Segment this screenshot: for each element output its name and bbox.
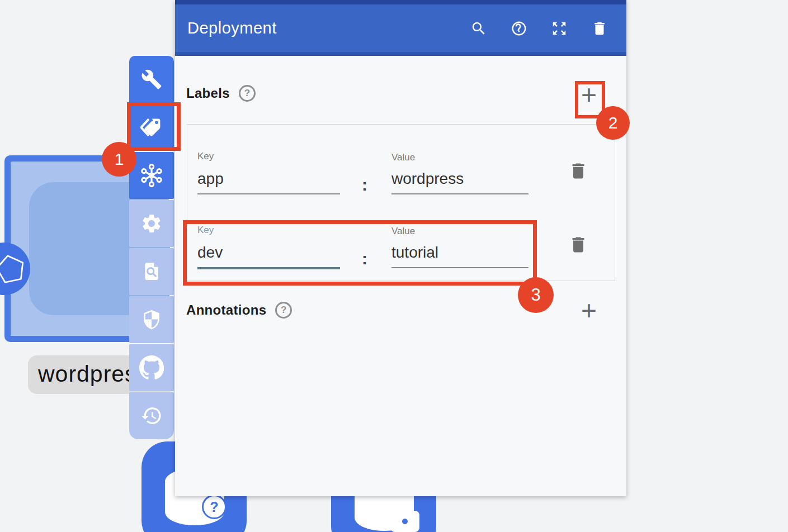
value-input[interactable]: wordpress bbox=[391, 170, 529, 194]
labels-help-icon[interactable]: ? bbox=[239, 85, 256, 102]
deployment-panel: Deployment Labels ? + bbox=[175, 0, 626, 496]
sidebar-item-preview[interactable] bbox=[129, 248, 174, 295]
labels-heading: Labels ? bbox=[186, 85, 256, 102]
delete-row-icon[interactable] bbox=[568, 161, 588, 181]
key-input[interactable]: app bbox=[197, 170, 340, 194]
panel-header: Deployment bbox=[175, 0, 626, 56]
sidebar-item-labels[interactable] bbox=[129, 104, 174, 151]
delete-row-icon[interactable] bbox=[568, 235, 588, 255]
delete-icon[interactable] bbox=[591, 20, 608, 37]
node-toolbar bbox=[129, 56, 174, 440]
fullscreen-icon[interactable] bbox=[551, 20, 568, 37]
labels-title: Labels bbox=[186, 86, 230, 101]
help-icon[interactable] bbox=[511, 20, 527, 37]
annotations-title: Annotations bbox=[186, 302, 266, 318]
annotations-help-icon[interactable]: ? bbox=[275, 302, 292, 319]
sidebar-item-github[interactable] bbox=[129, 344, 174, 391]
value-label: Value bbox=[391, 226, 415, 237]
shield-icon bbox=[140, 308, 163, 331]
lock-icon bbox=[390, 497, 419, 532]
doc-search-icon bbox=[140, 260, 163, 283]
key-label: Key bbox=[197, 225, 214, 236]
key-input[interactable]: dev bbox=[197, 244, 340, 269]
question-badge-icon: ? bbox=[202, 495, 227, 519]
colon-separator: : bbox=[362, 249, 367, 268]
add-label-button[interactable]: + bbox=[577, 83, 601, 110]
sidebar-item-network[interactable] bbox=[129, 152, 174, 199]
app-stage: wordpress ? bbox=[0, 0, 788, 532]
deployment-node[interactable] bbox=[4, 155, 148, 342]
add-annotation-button[interactable]: + bbox=[577, 298, 601, 325]
annotations-heading: Annotations ? bbox=[186, 302, 292, 319]
key-label: Key bbox=[197, 151, 214, 162]
sidebar-item-security[interactable] bbox=[129, 296, 174, 343]
gear-icon bbox=[140, 212, 163, 235]
panel-title: Deployment bbox=[175, 19, 470, 37]
history-icon bbox=[140, 405, 163, 427]
wrench-icon bbox=[141, 69, 162, 90]
github-icon bbox=[139, 355, 164, 381]
hub-icon bbox=[139, 163, 164, 188]
value-label: Value bbox=[391, 152, 415, 163]
panel-header-actions bbox=[470, 20, 626, 37]
tag-icon bbox=[139, 115, 164, 140]
search-icon[interactable] bbox=[470, 20, 487, 37]
colon-separator: : bbox=[362, 175, 367, 194]
sidebar-item-settings[interactable] bbox=[129, 200, 174, 247]
sidebar-item-history[interactable] bbox=[129, 392, 174, 439]
sidebar-item-build[interactable] bbox=[129, 56, 174, 103]
value-input[interactable]: tutorial bbox=[391, 244, 529, 268]
